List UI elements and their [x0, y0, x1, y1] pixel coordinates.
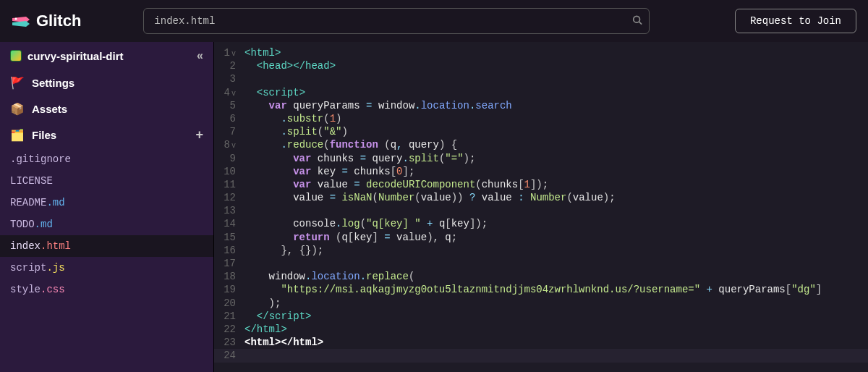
fold-icon[interactable]: v [231, 142, 236, 150]
code-line[interactable]: 11 var value = decodeURIComponent(chunks… [214, 178, 868, 191]
code-content[interactable]: var chunks = query.split("="); [244, 152, 868, 165]
code-content[interactable]: .split("&") [244, 125, 868, 138]
fold-icon[interactable]: v [231, 90, 236, 98]
search-icon[interactable] [632, 15, 642, 28]
sidebar: curvy-spiritual-dirt « 🚩 Settings 📦 Asse… [0, 42, 214, 372]
code-line[interactable]: 24 [214, 349, 868, 362]
code-line[interactable]: 18 window.location.replace( [214, 270, 868, 283]
request-to-join-button[interactable]: Request to Join [735, 9, 856, 33]
code-content[interactable]: }, {}); [244, 244, 868, 257]
code-content[interactable] [244, 349, 868, 362]
code-line[interactable]: 10 var key = chunks[0]; [214, 165, 868, 178]
code-line[interactable]: 14 console.log("q[key] " + q[key]); [214, 217, 868, 230]
project-name: curvy-spiritual-dirt [27, 50, 124, 62]
sidebar-item-files[interactable]: 🗂️ Files + [0, 122, 213, 148]
code-line[interactable]: 1v<html> [214, 46, 868, 59]
code-line[interactable]: 8v .reduce(function (q, query) { [214, 138, 868, 151]
line-number: 18 [214, 270, 244, 283]
main: curvy-spiritual-dirt « 🚩 Settings 📦 Asse… [0, 42, 868, 372]
code-content[interactable]: <html></html> [244, 336, 868, 349]
code-content[interactable]: .substr(1) [244, 112, 868, 125]
code-editor[interactable]: 1v<html>2 <head></head>34v <script>5 var… [214, 42, 868, 372]
line-number: 23 [214, 336, 244, 349]
file-name: style [10, 284, 41, 295]
line-number: 9 [214, 152, 244, 165]
file-list: .gitignoreLICENSEREADME.mdTODO.mdindex.h… [0, 148, 213, 300]
file-ext: .js [46, 262, 64, 274]
code-content[interactable]: window.location.replace( [244, 270, 868, 283]
nav-label: Files [32, 129, 56, 141]
code-content[interactable]: var queryParams = window.location.search [244, 99, 868, 112]
line-number: 5 [214, 99, 244, 112]
line-number: 1v [214, 46, 244, 59]
line-number: 21 [214, 310, 244, 323]
search-wrap [143, 8, 650, 34]
file-item[interactable]: .gitignore [0, 148, 213, 170]
code-line[interactable]: 4v <script> [214, 86, 868, 99]
code-content[interactable]: <head></head> [244, 59, 868, 72]
code-content[interactable]: <html> [244, 46, 868, 59]
line-number: 15 [214, 231, 244, 244]
line-number: 22 [214, 323, 244, 336]
sidebar-item-assets[interactable]: 📦 Assets [0, 96, 213, 122]
line-number: 8v [214, 138, 244, 151]
code-line[interactable]: 21 </script> [214, 310, 868, 323]
file-item[interactable]: script.js [0, 257, 213, 279]
fold-icon[interactable]: v [231, 50, 236, 58]
code-line[interactable]: 13 [214, 204, 868, 217]
code-line[interactable]: 5 var queryParams = window.location.sear… [214, 99, 868, 112]
code-line[interactable]: 7 .split("&") [214, 125, 868, 138]
code-content[interactable]: var key = chunks[0]; [244, 165, 868, 178]
file-name: index [10, 240, 41, 252]
code-content[interactable]: return (q[key] = value), q; [244, 231, 868, 244]
code-content[interactable]: ); [244, 297, 868, 310]
file-item[interactable]: TODO.md [0, 214, 213, 235]
sidebar-item-settings[interactable]: 🚩 Settings [0, 69, 213, 96]
file-ext: .html [41, 240, 71, 252]
code-content[interactable]: .reduce(function (q, query) { [244, 138, 868, 151]
code-content[interactable]: console.log("q[key] " + q[key]); [244, 217, 868, 230]
code-content[interactable]: </html> [244, 323, 868, 336]
file-item[interactable]: style.css [0, 279, 213, 300]
code-content[interactable]: var value = decodeURIComponent(chunks[1]… [244, 178, 868, 191]
flag-icon: 🚩 [10, 75, 25, 90]
code-content[interactable] [244, 257, 868, 270]
code-line[interactable]: 19 "https://msi.aqkagjmyzg0otu5ltaznmitn… [214, 283, 868, 296]
file-name: LICENSE [10, 175, 53, 187]
code-line[interactable]: 9 var chunks = query.split("="); [214, 152, 868, 165]
line-number: 7 [214, 125, 244, 138]
code-line[interactable]: 6 .substr(1) [214, 112, 868, 125]
search-input[interactable] [143, 8, 650, 34]
collapse-sidebar-icon[interactable]: « [197, 49, 203, 62]
code-content[interactable] [244, 204, 868, 217]
file-item[interactable]: index.html [0, 235, 213, 257]
code-content[interactable]: <script> [244, 86, 868, 99]
code-line[interactable]: 20 ); [214, 297, 868, 310]
file-item[interactable]: README.md [0, 192, 213, 214]
brand-logo[interactable]: Glitch [12, 12, 81, 30]
code-line[interactable]: 16 }, {}); [214, 244, 868, 257]
file-item[interactable]: LICENSE [0, 170, 213, 192]
code-content[interactable] [244, 72, 868, 85]
code-line[interactable]: 22</html> [214, 323, 868, 336]
code-line[interactable]: 2 <head></head> [214, 59, 868, 72]
project-header[interactable]: curvy-spiritual-dirt « [0, 42, 213, 69]
project-avatar-icon [10, 50, 22, 62]
code-line[interactable]: 23<html></html> [214, 336, 868, 349]
line-number: 3 [214, 72, 244, 85]
svg-point-1 [634, 16, 640, 22]
svg-point-0 [15, 18, 17, 20]
file-ext: .md [46, 197, 64, 208]
code-line[interactable]: 15 return (q[key] = value), q; [214, 231, 868, 244]
code-content[interactable]: </script> [244, 310, 868, 323]
code-content[interactable]: value = isNaN(Number(value)) ? value : N… [244, 191, 868, 204]
file-ext: .css [41, 284, 65, 295]
code-content[interactable]: "https://msi.aqkagjmyzg0otu5ltaznmitndjj… [244, 283, 868, 296]
line-number: 4v [214, 86, 244, 99]
file-name: TODO [10, 219, 35, 230]
code-line[interactable]: 17 [214, 257, 868, 270]
add-file-icon[interactable]: + [195, 127, 203, 143]
file-name: README [10, 197, 46, 208]
code-line[interactable]: 3 [214, 72, 868, 85]
code-line[interactable]: 12 value = isNaN(Number(value)) ? value … [214, 191, 868, 204]
